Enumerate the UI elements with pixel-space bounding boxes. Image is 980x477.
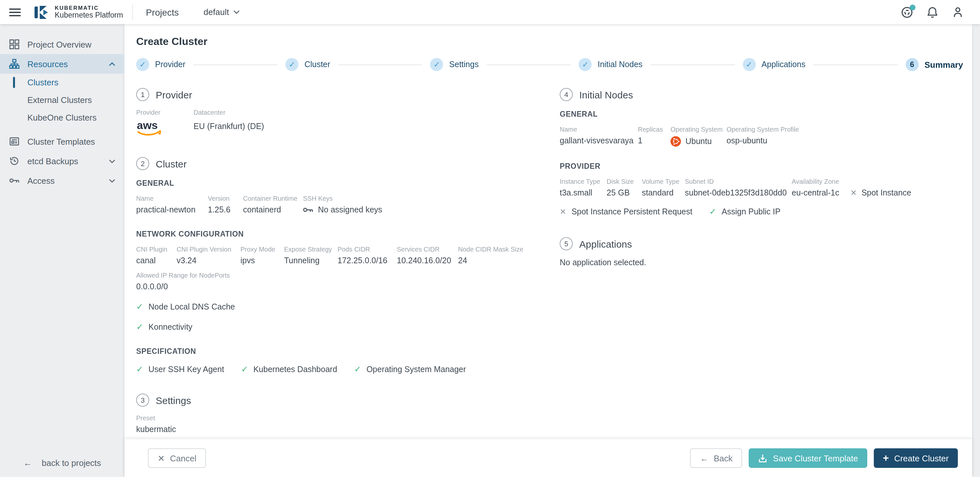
field-label: Allowed IP Range for NodePorts xyxy=(136,272,560,279)
sidebar-item-cluster-templates[interactable]: Cluster Templates xyxy=(0,132,124,151)
sidebar-item-etcd-backups[interactable]: etcd Backups xyxy=(0,151,124,171)
create-cluster-button[interactable]: + Create Cluster xyxy=(874,448,958,468)
sidebar-item-label: Cluster Templates xyxy=(27,137,95,146)
step-label: Initial Nodes xyxy=(598,60,643,69)
check-icon: ✓ xyxy=(241,364,248,374)
flag-spot-instance: ✕ Spot Instance xyxy=(850,178,911,197)
sidebar-item-kubeone-clusters[interactable]: KubeOne Clusters xyxy=(0,109,124,126)
help-gauge-icon[interactable] xyxy=(900,6,913,19)
step-cluster[interactable]: ✓ Cluster xyxy=(285,58,330,71)
bell-icon[interactable] xyxy=(926,6,939,19)
flag-kubernetes-dashboard: ✓ Kubernetes Dashboard xyxy=(241,364,337,374)
field-value: gallant-visvesvaraya xyxy=(560,136,629,145)
active-indicator xyxy=(13,77,15,88)
sidebar-item-project-overview[interactable]: Project Overview xyxy=(0,35,124,54)
field-label: Provider xyxy=(136,109,185,116)
step-connector xyxy=(193,64,278,65)
field-value: practical-newton xyxy=(136,205,199,215)
field-subnet-id: Subnet ID subnet-0deb1325f3d180dd0 xyxy=(685,178,783,197)
check-icon: ✓ xyxy=(354,364,361,374)
shell: Project Overview Resources xyxy=(0,24,980,477)
footer-right-group: ← Back Save Cluster Template + Cr xyxy=(690,448,958,468)
section-title: Cluster xyxy=(156,158,187,169)
flag-label: Assign Public IP xyxy=(722,207,781,216)
wizard-content: Create Cluster ✓ Provider ✓ Cluster ✓ xyxy=(124,24,972,439)
header-divider xyxy=(132,4,133,20)
step-label: Settings xyxy=(449,60,479,69)
chevron-down-icon xyxy=(109,178,115,183)
field-label: CNI Plugin xyxy=(136,246,167,253)
field-label: Volume Type xyxy=(642,178,676,185)
section-number: 3 xyxy=(136,394,149,407)
section-provider-heading: 1 Provider xyxy=(136,88,560,101)
wizard-stepper: ✓ Provider ✓ Cluster ✓ Settings xyxy=(136,58,963,71)
flag-label: Konnectivity xyxy=(149,322,192,331)
step-check-icon: ✓ xyxy=(285,58,298,71)
sidebar-item-access[interactable]: Access xyxy=(0,171,124,190)
step-provider[interactable]: ✓ Provider xyxy=(136,58,185,71)
sidebar-item-label: KubeOne Clusters xyxy=(27,113,96,122)
field-instance-type: Instance Type t3a.small xyxy=(560,178,598,197)
top-bar: KUBERMATIC Kubernetes Platform Projects … xyxy=(0,0,980,24)
section-applications-heading: 5 Applications xyxy=(560,237,963,250)
network-fields: CNI Plugin canal CNI Plugin Version v3.2… xyxy=(136,246,560,265)
kubermatic-logo[interactable]: KUBERMATIC Kubernetes Platform xyxy=(33,3,123,21)
section-settings-heading: 3 Settings xyxy=(136,394,560,407)
section-title: Initial Nodes xyxy=(579,89,633,100)
field-label: Operating System Profile xyxy=(727,126,799,133)
field-value: kubermatic xyxy=(136,425,560,434)
step-applications[interactable]: ✓ Applications xyxy=(743,58,805,71)
specification-subheading: SPECIFICATION xyxy=(136,347,560,355)
arrow-left-icon: ← xyxy=(700,453,709,463)
app: KUBERMATIC Kubernetes Platform Projects … xyxy=(0,0,980,477)
field-version: Version 1.25.6 xyxy=(208,195,234,215)
step-settings[interactable]: ✓ Settings xyxy=(430,58,479,71)
grid-icon xyxy=(9,39,19,49)
field-cni-plugin: CNI Plugin canal xyxy=(136,246,167,265)
project-selector[interactable]: default xyxy=(204,7,240,17)
save-cluster-template-button[interactable]: Save Cluster Template xyxy=(749,448,867,468)
chevron-down-icon xyxy=(109,159,115,163)
chevron-up-icon xyxy=(109,62,115,66)
back-label: Back xyxy=(714,453,733,463)
chevron-down-icon xyxy=(234,10,240,14)
brand-text: KUBERMATIC Kubernetes Platform xyxy=(55,5,123,19)
sidebar-item-label: Resources xyxy=(27,59,68,69)
step-label: Summary xyxy=(924,60,963,69)
field-value: 10.240.16.0/20 xyxy=(397,256,449,265)
field-preset: Preset kubermatic xyxy=(136,415,560,434)
sidebar-item-label: Access xyxy=(27,176,55,185)
step-summary[interactable]: 6 Summary xyxy=(905,58,963,71)
field-label: Disk Size xyxy=(607,178,633,185)
sidebar-item-resources[interactable]: Resources xyxy=(0,54,124,74)
user-icon[interactable] xyxy=(951,6,964,19)
field-value: 1 xyxy=(638,136,661,145)
provider-fields: Provider aws Datacen xyxy=(136,109,560,137)
sidebar-item-clusters[interactable]: Clusters xyxy=(0,74,124,91)
field-availability-zone: Availability Zone eu-central-1c xyxy=(792,178,841,197)
field-provider: Provider aws xyxy=(136,109,185,137)
field-value: No assigned keys xyxy=(318,205,382,215)
field-volume-type: Volume Type standard xyxy=(642,178,676,197)
flag-spot-persistent: ✕ Spot Instance Persistent Request xyxy=(560,207,692,216)
step-label: Provider xyxy=(155,60,185,69)
step-label: Applications xyxy=(761,60,805,69)
field-label: Pods CIDR xyxy=(337,246,388,253)
back-button[interactable]: ← Back xyxy=(690,448,743,468)
field-label: Container Runtime xyxy=(243,195,294,202)
step-initial-nodes[interactable]: ✓ Initial Nodes xyxy=(579,58,643,71)
header-actions xyxy=(900,6,980,19)
aws-logo: aws xyxy=(136,119,185,137)
back-to-projects-link[interactable]: ← back to projects xyxy=(0,458,124,477)
flag-label: User SSH Key Agent xyxy=(149,364,224,374)
flag-os-manager: ✓ Operating System Manager xyxy=(354,364,466,374)
general-subheading: GENERAL xyxy=(560,110,963,118)
section-number: 2 xyxy=(136,157,149,170)
save-cluster-template-label: Save Cluster Template xyxy=(773,453,858,463)
cancel-button[interactable]: ✕ Cancel xyxy=(148,448,206,468)
page-title: Create Cluster xyxy=(136,36,963,48)
sidebar-item-external-clusters[interactable]: External Clusters xyxy=(0,91,124,109)
step-label: Cluster xyxy=(304,60,330,69)
hamburger-menu-icon[interactable] xyxy=(9,8,21,16)
field-pods-cidr: Pods CIDR 172.25.0.0/16 xyxy=(337,246,388,265)
